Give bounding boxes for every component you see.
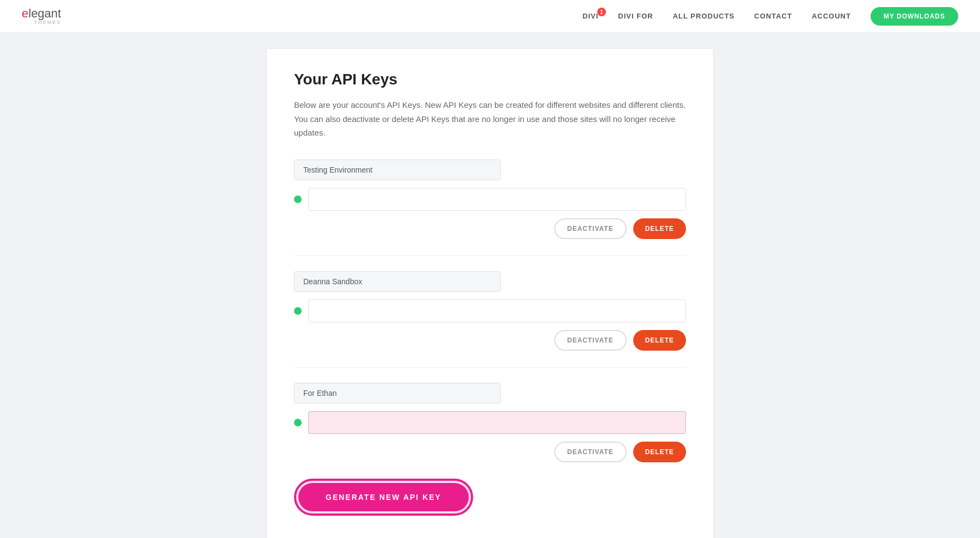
nav-item-contact[interactable]: CONTACT — [754, 12, 792, 20]
nav-item-divi-for[interactable]: DIVI FOR — [618, 12, 653, 20]
generate-api-key-button[interactable]: GENERATE NEW API KEY — [298, 483, 469, 511]
api-actions-3: DEACTIVATE DELETE — [294, 442, 686, 462]
delete-button-3[interactable]: DELETE — [633, 442, 686, 462]
api-actions-1: DEACTIVATE DELETE — [294, 218, 686, 239]
header: elegant themes DIVI 1 DIVI FOR ALL PRODU… — [0, 0, 980, 33]
divider-1 — [294, 255, 686, 256]
nav-item-divi[interactable]: DIVI 1 — [583, 12, 598, 20]
api-key-name-input-1[interactable] — [294, 160, 501, 180]
deactivate-button-2[interactable]: DEACTIVATE — [554, 330, 627, 351]
divi-badge: 1 — [597, 8, 606, 16]
section-description: Below are your account's API Keys. New A… — [294, 98, 686, 140]
api-key-name-input-2[interactable] — [294, 271, 501, 292]
nav-item-account[interactable]: ACCOUNT — [812, 12, 851, 20]
nav-item-all-products[interactable]: ALL PRODUCTS — [673, 12, 735, 20]
divider-2 — [294, 367, 686, 368]
status-dot-2 — [294, 307, 302, 315]
api-key-row-3 — [294, 411, 686, 434]
api-key-row-2 — [294, 299, 686, 322]
api-key-entry-3: DEACTIVATE DELETE — [294, 383, 686, 462]
logo: elegant themes — [22, 8, 61, 25]
delete-button-2[interactable]: DELETE — [633, 330, 686, 351]
delete-button-1[interactable]: DELETE — [633, 218, 686, 239]
api-actions-2: DEACTIVATE DELETE — [294, 330, 686, 351]
api-key-value-input-3[interactable] — [308, 411, 686, 434]
my-downloads-button[interactable]: MY DOWNLOADS — [871, 7, 958, 26]
main-wrapper: Your API Keys Below are your account's A… — [0, 33, 980, 538]
content-card: Your API Keys Below are your account's A… — [267, 49, 713, 538]
generate-area: GENERATE NEW API KEY — [294, 479, 686, 516]
main-nav: DIVI 1 DIVI FOR ALL PRODUCTS CONTACT ACC… — [583, 7, 958, 26]
api-key-entry-1: DEACTIVATE DELETE — [294, 160, 686, 239]
logo-text: elegant — [22, 7, 61, 20]
api-key-value-input-1[interactable] — [308, 188, 686, 211]
generate-button-wrapper: GENERATE NEW API KEY — [294, 479, 473, 516]
api-key-name-input-3[interactable] — [294, 383, 501, 404]
api-key-value-input-2[interactable] — [308, 299, 686, 322]
page-title: Your API Keys — [294, 71, 686, 88]
deactivate-button-1[interactable]: DEACTIVATE — [554, 218, 627, 239]
logo-subtext: themes — [22, 20, 61, 25]
status-dot-1 — [294, 195, 302, 203]
api-key-entry-2: DEACTIVATE DELETE — [294, 271, 686, 351]
status-dot-3 — [294, 419, 302, 426]
deactivate-button-3[interactable]: DEACTIVATE — [554, 442, 627, 462]
api-key-row-1 — [294, 188, 686, 211]
